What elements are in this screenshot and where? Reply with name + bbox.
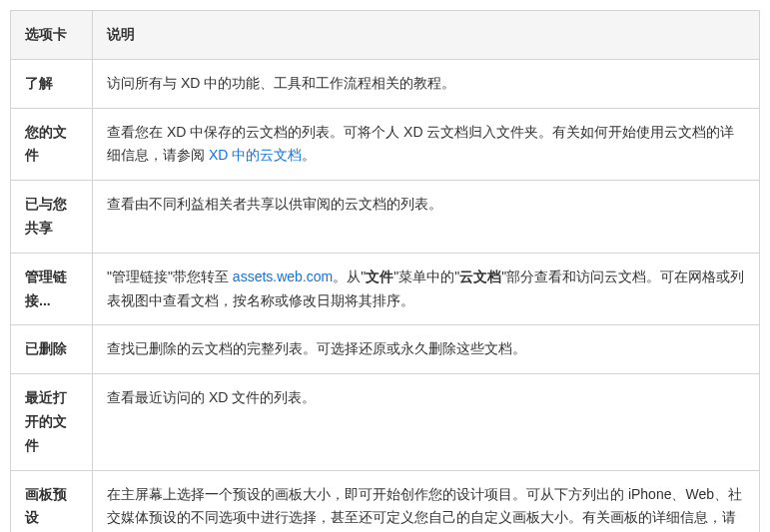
desc-text: 查看最近访问的 XD 文件的列表。 [107,389,316,405]
desc-text: "管理链接"带您转至 [107,268,233,284]
row-description: 查看由不同利益相关者共享以供审阅的云文档的列表。 [93,181,760,254]
row-label: 最近打开的文件 [11,374,93,470]
table-row: 已与您共享查看由不同利益相关者共享以供审阅的云文档的列表。 [11,181,760,254]
bold-text: 云文档 [459,268,501,284]
table-row: 您的文件查看您在 XD 中保存的云文档的列表。可将个人 XD 云文档归入文件夹。… [11,108,760,181]
desc-text: 查看由不同利益相关者共享以供审阅的云文档的列表。 [107,196,442,212]
row-label: 了解 [11,59,93,108]
table-row: 画板预设在主屏幕上选择一个预设的画板大小，即可开始创作您的设计项目。可从下方列出… [11,470,760,532]
table-row: 了解访问所有与 XD 中的功能、工具和工作流程相关的教程。 [11,59,760,108]
options-table: 选项卡 说明 了解访问所有与 XD 中的功能、工具和工作流程相关的教程。您的文件… [10,10,760,532]
table-header-row: 选项卡 说明 [11,11,760,60]
table-row: 最近打开的文件查看最近访问的 XD 文件的列表。 [11,374,760,470]
row-description: "管理链接"带您转至 assets.web.com。从"文件"菜单中的"云文档"… [93,253,760,325]
desc-text: 查找已删除的云文档的完整列表。可选择还原或永久删除这些文档。 [107,340,526,356]
desc-text: 查看您在 XD 中保存的云文档的列表。可将个人 XD 云文档归入文件夹。有关如何… [107,124,734,164]
row-label: 您的文件 [11,108,93,181]
row-label: 画板预设 [11,470,93,532]
row-description: 在主屏幕上选择一个预设的画板大小，即可开始创作您的设计项目。可从下方列出的 iP… [93,470,760,532]
doc-link[interactable]: assets.web.com [233,268,333,284]
row-description: 查找已删除的云文档的完整列表。可选择还原或永久删除这些文档。 [93,325,760,374]
row-label: 已与您共享 [11,181,93,254]
row-label: 管理链接... [11,253,93,325]
header-tab: 选项卡 [11,11,93,60]
desc-text: 在主屏幕上选择一个预设的画板大小，即可开始创作您的设计项目。可从下方列出的 iP… [107,486,742,532]
table-row: 已删除查找已删除的云文档的完整列表。可选择还原或永久删除这些文档。 [11,325,760,374]
header-description: 说明 [93,11,760,60]
bold-text: 文件 [366,268,393,284]
row-description: 查看您在 XD 中保存的云文档的列表。可将个人 XD 云文档归入文件夹。有关如何… [93,108,760,181]
table-body: 了解访问所有与 XD 中的功能、工具和工作流程相关的教程。您的文件查看您在 XD… [11,59,760,532]
desc-text: "菜单中的" [393,268,459,284]
row-description: 访问所有与 XD 中的功能、工具和工作流程相关的教程。 [93,59,760,108]
desc-text: 。 [302,147,316,163]
table-row: 管理链接..."管理链接"带您转至 assets.web.com。从"文件"菜单… [11,253,760,325]
desc-text: 。从" [333,268,366,284]
row-description: 查看最近访问的 XD 文件的列表。 [93,374,760,470]
desc-text: 访问所有与 XD 中的功能、工具和工作流程相关的教程。 [107,75,455,91]
row-label: 已删除 [11,325,93,374]
doc-link[interactable]: XD 中的云文档 [209,147,302,163]
